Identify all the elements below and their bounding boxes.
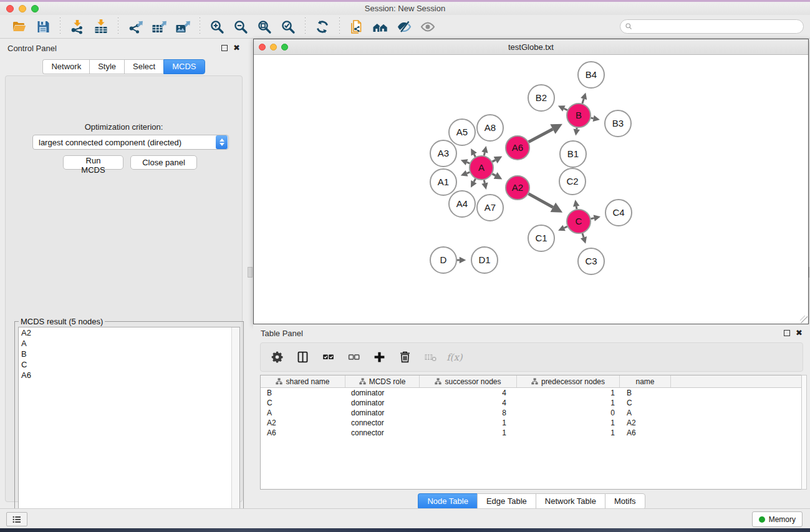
edge-A-A2[interactable] [493,174,496,176]
table-cell[interactable]: dominator [345,409,420,417]
column-header-predecessor-nodes[interactable]: predecessor nodes [517,375,620,387]
mcds-result-item[interactable]: A2 [19,327,239,338]
mcds-result-list[interactable]: A2ABCA6 [18,327,240,531]
table-cell[interactable]: 8 [420,409,517,417]
table-row[interactable]: A2connector11A2 [261,418,804,428]
edge-A-A8[interactable] [484,152,485,155]
edge-A-A1[interactable] [467,172,470,173]
mcds-result-item[interactable]: A6 [19,370,239,380]
table-cell[interactable]: 1 [420,418,517,427]
vertical-splitter-handle[interactable] [248,267,253,278]
zoom-selected-button[interactable] [276,17,300,37]
close-panel-button[interactable]: Close panel [130,155,197,170]
export-network-button[interactable] [123,17,147,37]
table-cell[interactable]: A [620,409,671,417]
node-D[interactable]: D [430,247,456,273]
edge-C-C2[interactable] [576,206,577,210]
import-network-button[interactable] [65,17,89,37]
edge-A-A4[interactable] [474,179,476,182]
edge-A-A7[interactable] [484,180,485,183]
edge-C-C4[interactable] [591,218,594,219]
select-all-button[interactable] [320,349,336,365]
mcds-result-item[interactable]: A [19,338,239,349]
task-history-button[interactable] [6,512,27,526]
edge-A-A5[interactable] [474,154,475,157]
node-B3[interactable]: B3 [605,110,631,137]
node-C1[interactable]: C1 [528,225,554,251]
zoom-in-button[interactable] [205,17,229,37]
float-table-panel-icon[interactable] [784,330,790,336]
table-cell[interactable]: 0 [517,409,620,417]
table-scrollbar[interactable] [801,375,807,490]
node-A6[interactable]: A6 [506,136,529,160]
table-row[interactable]: Cdominator41C [261,398,804,408]
table-cell[interactable]: connector [345,418,420,427]
mcds-result-item[interactable]: C [19,359,239,370]
node-B4[interactable]: B4 [578,62,604,88]
table-cell[interactable]: 1 [517,418,620,427]
table-cell[interactable]: dominator [345,399,420,407]
node-A7[interactable]: A7 [477,195,503,221]
edge-C-C3[interactable] [582,233,584,238]
table-row[interactable]: Bdominator41B [261,388,804,398]
zoom-fit-button[interactable] [253,17,276,37]
search-input[interactable] [633,21,803,32]
mcds-list-scrollbar[interactable] [231,327,239,531]
node-D1[interactable]: D1 [471,247,498,273]
node-B[interactable]: B [567,104,591,127]
tab-edge-table[interactable]: Edge Table [477,493,536,510]
table-row[interactable]: Adominator80A [261,408,804,418]
close-table-panel-icon[interactable]: ✖ [796,330,803,336]
import-table-button[interactable] [89,17,113,37]
tab-select[interactable]: Select [124,59,163,74]
table-cell[interactable]: connector [345,428,420,437]
network-canvas[interactable]: B4B2BB3A5A8A6B1A3AC2A1A2A4A7C4CC1C3DD1 [254,55,808,324]
tab-network[interactable]: Network [42,59,89,74]
edge-C-C1[interactable] [564,226,567,228]
new-network-from-selection-button[interactable] [345,17,369,37]
node-C2[interactable]: C2 [559,168,586,195]
table-cell[interactable]: 1 [517,399,620,407]
table-cell[interactable]: A2 [261,418,345,427]
table-cell[interactable]: 1 [517,389,620,397]
export-table-button[interactable] [147,17,171,37]
table-cell[interactable]: 1 [420,428,517,437]
node-A[interactable]: A [470,156,493,180]
save-session-button[interactable] [31,17,55,37]
table-cell[interactable]: A6 [261,428,345,437]
table-cell[interactable]: 4 [420,399,517,407]
edge-A-A3[interactable] [467,162,470,163]
memory-button[interactable]: Memory [752,511,803,527]
table-cell[interactable]: 1 [517,428,620,437]
split-view-button[interactable] [294,349,311,365]
table-cell[interactable]: dominator [345,389,420,397]
node-table[interactable]: shared nameMCDS rolesuccessor nodesprede… [260,375,805,490]
run-mcds-button[interactable]: Run MCDS [63,155,123,170]
node-A5[interactable]: A5 [449,119,475,145]
show-graphics-details-button[interactable] [416,17,440,37]
refresh-button[interactable] [311,17,334,37]
network-window-titlebar[interactable]: testGlobe.txt [254,39,808,55]
node-C3[interactable]: C3 [578,248,604,274]
node-C[interactable]: C [567,210,591,233]
float-panel-icon[interactable] [221,45,228,51]
tab-motifs[interactable]: Motifs [605,493,645,510]
open-session-button[interactable] [7,17,31,37]
table-cell[interactable]: B [620,389,671,397]
table-cell[interactable]: C [261,399,345,407]
tab-style[interactable]: Style [89,59,124,74]
edge-A-A6[interactable] [493,160,496,162]
add-column-button[interactable] [371,349,387,365]
optimization-criterion-select[interactable]: largest connected component (directed) [32,135,229,150]
column-header-shared-name[interactable]: shared name [261,375,345,387]
node-A3[interactable]: A3 [430,140,456,167]
node-A8[interactable]: A8 [477,115,503,141]
table-row[interactable]: A6connector11A6 [261,428,804,438]
tab-node-table[interactable]: Node Table [418,493,477,510]
table-cell[interactable]: C [620,399,671,407]
zoom-out-button[interactable] [229,17,253,37]
table-cell[interactable]: B [261,389,345,397]
table-cell[interactable]: A6 [620,428,671,437]
column-header-successor-nodes[interactable]: successor nodes [420,375,517,387]
export-image-button[interactable] [171,17,195,37]
